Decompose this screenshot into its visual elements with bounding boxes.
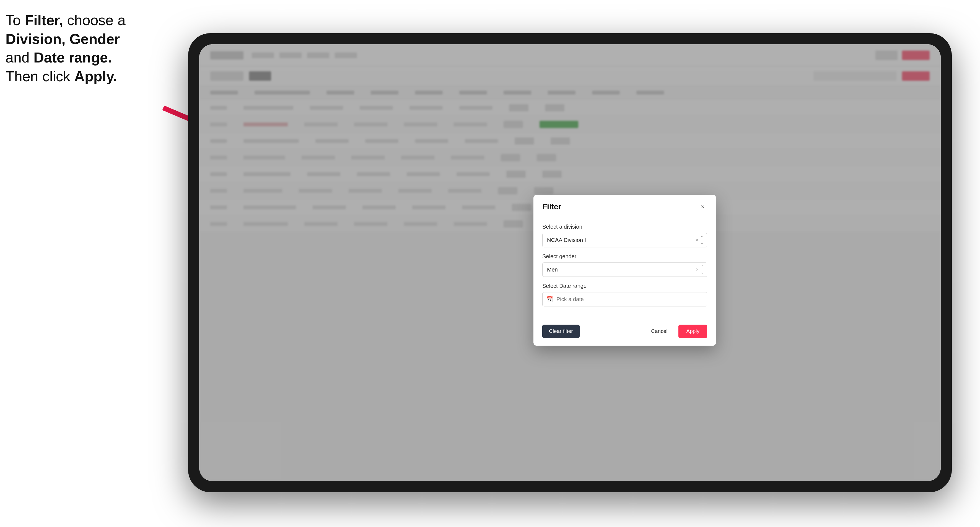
date-input-wrapper: 📅	[542, 292, 707, 306]
gender-label: Select gender	[542, 253, 707, 260]
clear-filter-button[interactable]: Clear filter	[542, 325, 580, 338]
modal-footer: Clear filter Cancel Apply	[533, 320, 716, 346]
instruction-line1: To Filter, choose a	[6, 12, 126, 28]
date-label: Select Date range	[542, 283, 707, 289]
division-select[interactable]: NCAA Division I NCAA Division II NCAA Di…	[542, 233, 707, 247]
tablet-screen: Filter × Select a division NCAA Division…	[199, 44, 941, 481]
division-form-group: Select a division NCAA Division I NCAA D…	[542, 224, 707, 247]
footer-right-actions: Cancel Apply	[644, 325, 707, 338]
filter-modal: Filter × Select a division NCAA Division…	[533, 195, 716, 346]
instruction-then: Then click Apply.	[6, 68, 117, 84]
tablet-frame: Filter × Select a division NCAA Division…	[188, 33, 952, 492]
instruction-text: To Filter, choose a Division, Gender and…	[6, 11, 166, 86]
instruction-daterange: Date range.	[33, 49, 112, 65]
instruction-division: Division, Gender	[6, 31, 120, 47]
instruction-and: and Date range.	[6, 49, 112, 65]
gender-clear-icon[interactable]: ×	[695, 267, 698, 273]
gender-form-group: Select gender Men Women Mixed × ⌃⌄	[542, 253, 707, 277]
division-clear-icon[interactable]: ×	[695, 237, 698, 243]
modal-title: Filter	[542, 202, 561, 211]
instruction-apply: Apply.	[75, 68, 117, 84]
modal-body: Select a division NCAA Division I NCAA D…	[533, 217, 716, 320]
gender-select-wrapper: Men Women Mixed × ⌃⌄	[542, 262, 707, 277]
division-label: Select a division	[542, 224, 707, 230]
modal-close-button[interactable]: ×	[698, 202, 707, 211]
division-select-wrapper: NCAA Division I NCAA Division II NCAA Di…	[542, 233, 707, 247]
date-range-input[interactable]	[542, 292, 707, 306]
apply-button[interactable]: Apply	[678, 325, 707, 338]
date-form-group: Select Date range 📅	[542, 283, 707, 306]
cancel-button[interactable]: Cancel	[644, 325, 674, 338]
gender-select[interactable]: Men Women Mixed	[542, 262, 707, 277]
modal-header: Filter ×	[533, 195, 716, 217]
